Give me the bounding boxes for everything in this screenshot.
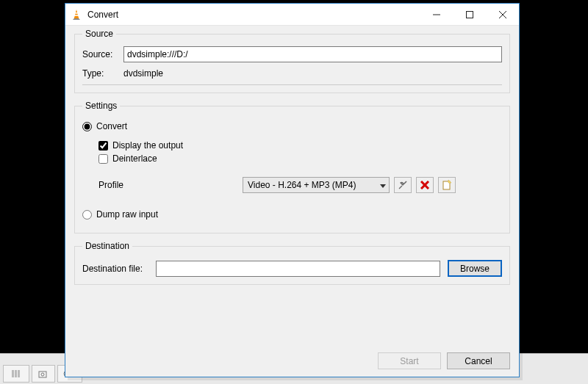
chevron-down-icon <box>380 180 386 190</box>
svg-rect-9 <box>74 15 79 16</box>
destination-group: Destination Destination file: Browse <box>74 241 510 285</box>
profile-combobox[interactable]: Video - H.264 + MP3 (MP4) <box>243 177 390 193</box>
source-group: Source Source: Type: dvdsimple <box>74 29 510 93</box>
cancel-button[interactable]: Cancel <box>447 352 510 369</box>
app-icon <box>65 9 87 21</box>
close-icon <box>499 11 506 18</box>
convert-dialog: Convert Source Source: Type: dvdsimple <box>65 3 520 377</box>
camera-icon <box>38 369 49 378</box>
svg-marker-10 <box>73 18 80 20</box>
dump-raw-radio-row[interactable]: Dump raw input <box>82 209 502 220</box>
type-label: Type: <box>82 68 123 79</box>
dump-raw-label: Dump raw input <box>96 209 158 220</box>
cancel-button-label: Cancel <box>465 356 492 366</box>
svg-marker-15 <box>380 184 386 188</box>
svg-rect-8 <box>75 12 79 14</box>
convert-radio-label: Convert <box>96 121 127 131</box>
source-legend: Source <box>82 29 116 39</box>
settings-legend: Settings <box>82 101 120 111</box>
vlc-cone-icon <box>71 9 82 21</box>
settings-group: Settings Convert Display the output Dein… <box>74 101 510 233</box>
svg-point-4 <box>41 373 44 376</box>
svg-rect-2 <box>18 370 20 377</box>
delete-profile-button[interactable] <box>416 177 434 193</box>
source-label: Source: <box>82 49 123 59</box>
destination-legend: Destination <box>82 241 132 251</box>
profile-label: Profile <box>98 180 243 190</box>
player-button[interactable] <box>3 365 29 383</box>
maximize-button[interactable] <box>453 4 486 25</box>
display-output-checkbox[interactable] <box>98 141 108 151</box>
source-input[interactable] <box>123 46 502 62</box>
maximize-icon <box>466 11 473 18</box>
deinterlace-label: Deinterlace <box>112 153 157 164</box>
convert-radio-row[interactable]: Convert <box>82 121 502 131</box>
display-output-label: Display the output <box>112 140 183 151</box>
player-bars-icon <box>11 370 21 377</box>
close-button[interactable] <box>486 4 519 25</box>
player-button[interactable] <box>32 365 55 383</box>
convert-radio[interactable] <box>82 122 92 131</box>
window-buttons <box>420 4 519 25</box>
minimize-button[interactable] <box>420 4 453 25</box>
deinterlace-row[interactable]: Deinterlace <box>98 153 502 164</box>
display-output-row[interactable]: Display the output <box>98 140 502 151</box>
tools-icon <box>398 180 408 190</box>
delete-x-icon <box>420 181 429 189</box>
deinterlace-checkbox[interactable] <box>98 154 108 164</box>
titlebar: Convert <box>65 4 519 26</box>
svg-marker-19 <box>448 180 451 183</box>
window-title: Convert <box>87 10 420 20</box>
svg-rect-12 <box>466 11 473 18</box>
new-profile-button[interactable] <box>438 177 456 193</box>
type-value: dvdsimple <box>123 68 163 79</box>
divider <box>82 84 502 85</box>
edit-profile-button[interactable] <box>394 177 412 193</box>
svg-rect-3 <box>39 372 46 377</box>
minimize-icon <box>433 11 440 18</box>
start-button[interactable]: Start <box>378 352 441 369</box>
new-document-icon <box>442 180 452 190</box>
dump-raw-radio[interactable] <box>82 210 92 220</box>
browse-button[interactable]: Browse <box>448 260 502 277</box>
svg-marker-7 <box>74 10 79 18</box>
dialog-buttons: Start Cancel <box>65 347 519 377</box>
destination-file-label: Destination file: <box>82 264 156 274</box>
dialog-body: Source Source: Type: dvdsimple Settings … <box>65 26 519 347</box>
browse-button-label: Browse <box>460 264 490 274</box>
profile-value: Video - H.264 + MP3 (MP4) <box>248 180 356 190</box>
svg-rect-0 <box>12 370 14 377</box>
destination-file-input[interactable] <box>156 261 440 277</box>
svg-rect-1 <box>15 370 17 377</box>
start-button-label: Start <box>400 356 418 366</box>
